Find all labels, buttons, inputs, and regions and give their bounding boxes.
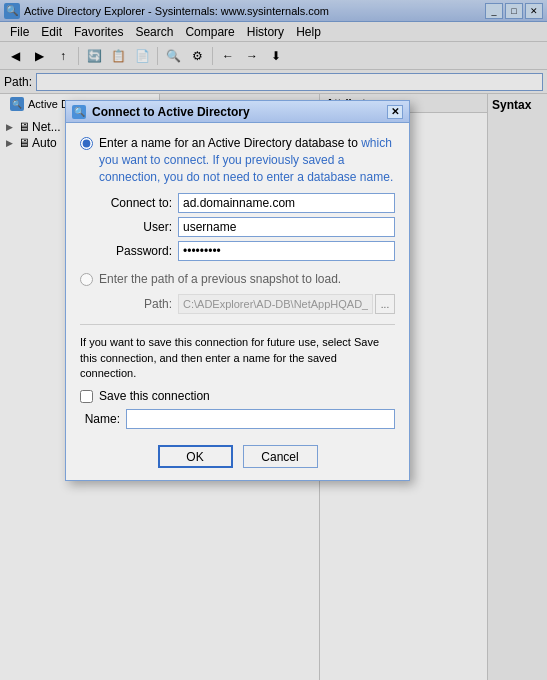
snapshot-path-input[interactable] — [178, 294, 373, 314]
save-checkbox[interactable] — [80, 390, 93, 403]
main-window: 🔍 Active Directory Explorer - Sysinterna… — [0, 0, 547, 680]
dialog-close-button[interactable]: ✕ — [387, 105, 403, 119]
password-row: Password: — [100, 241, 395, 261]
user-input[interactable] — [178, 217, 395, 237]
connect-to-input[interactable] — [178, 193, 395, 213]
info-text: If you want to save this connection for … — [80, 335, 395, 381]
radio-1-highlight: which you want to connect. If you previo… — [99, 136, 393, 184]
password-label: Password: — [100, 244, 172, 258]
connect-to-label: Connect to: — [100, 196, 172, 210]
radio-option-1: Enter a name for an Active Directory dat… — [80, 135, 395, 185]
snapshot-path-row: Path: ... — [100, 294, 395, 314]
dialog-title: Connect to Active Directory — [92, 105, 387, 119]
password-input[interactable] — [178, 241, 395, 261]
radio-1-text: Enter a name for an Active Directory dat… — [99, 135, 395, 185]
connect-to-row: Connect to: — [100, 193, 395, 213]
radio-database[interactable] — [80, 137, 93, 150]
dialog-title-bar: 🔍 Connect to Active Directory ✕ — [66, 101, 409, 123]
cancel-button[interactable]: Cancel — [243, 445, 318, 468]
ok-button[interactable]: OK — [158, 445, 233, 468]
radio-option-2: Enter the path of a previous snapshot to… — [80, 271, 395, 288]
save-row: Save this connection — [80, 389, 395, 403]
user-row: User: — [100, 217, 395, 237]
snapshot-path-label: Path: — [100, 297, 172, 311]
name-label: Name: — [80, 412, 120, 426]
radio-snapshot[interactable] — [80, 273, 93, 286]
dialog-body: Enter a name for an Active Directory dat… — [66, 123, 409, 480]
name-input[interactable] — [126, 409, 395, 429]
browse-button[interactable]: ... — [375, 294, 395, 314]
dialog-divider — [80, 324, 395, 325]
name-row: Name: — [80, 409, 395, 429]
dialog-icon: 🔍 — [72, 105, 86, 119]
radio-2-text: Enter the path of a previous snapshot to… — [99, 271, 341, 288]
connect-dialog: 🔍 Connect to Active Directory ✕ Enter a … — [65, 100, 410, 481]
dialog-buttons: OK Cancel — [80, 439, 395, 468]
save-checkbox-label: Save this connection — [99, 389, 210, 403]
user-label: User: — [100, 220, 172, 234]
